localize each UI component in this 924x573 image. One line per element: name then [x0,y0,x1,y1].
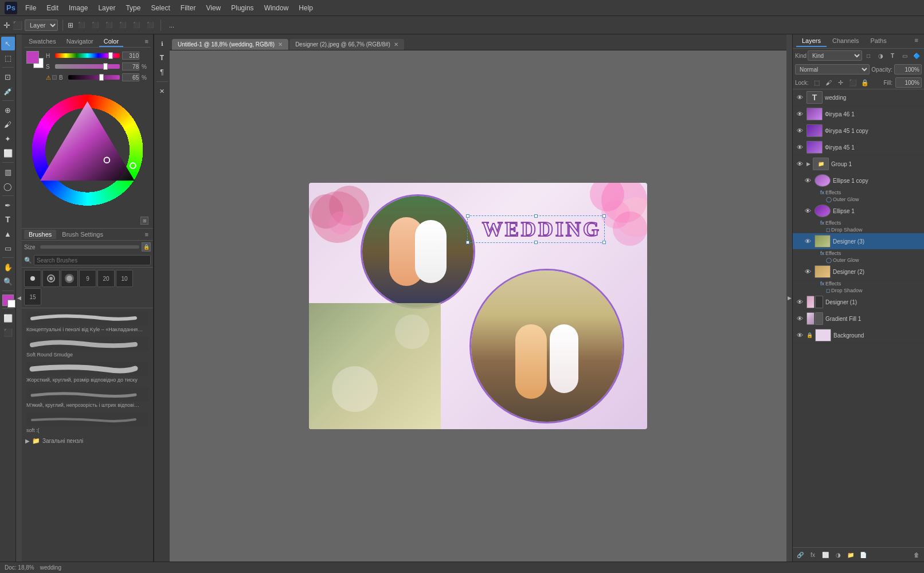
align-bottom[interactable]: ⬛ [103,21,115,29]
foreground-swatch[interactable] [26,51,39,64]
search-brushes-input[interactable] [34,255,151,265]
warp-tool[interactable]: ✕ [155,84,169,98]
shape-tool[interactable]: ▭ [1,241,15,255]
brush-item-3[interactable]: Жорсткий, круглий, розмір відповідно до … [23,360,152,385]
group-expand-arrow[interactable]: ▶ [806,161,811,167]
layer-vis-designer1[interactable]: 👁 [795,297,804,307]
channels-tab[interactable]: Channels [827,36,864,47]
doc-tab-2[interactable]: Designer (2).jpeg @ 66,7% (RGB/8#) ✕ [289,39,404,50]
panel-collapse-right[interactable]: ▶ [786,34,792,562]
add-folder-btn[interactable]: 📁 [845,550,856,560]
align-top[interactable]: ⬛ [76,21,87,29]
more-options-btn[interactable]: ... [166,21,178,30]
pen-tool[interactable]: ✒ [1,198,15,212]
layer-vis-designer3[interactable]: 👁 [803,237,812,246]
layer-vis-group1[interactable]: 👁 [795,159,804,168]
align-hcenter[interactable]: ⬛ [131,21,142,29]
layer-designer1[interactable]: 👁 Designer (1) [793,294,924,311]
layer-vis-background[interactable]: 👁 [795,331,804,340]
lock-position-icon[interactable]: ✛ [836,77,846,88]
brush-size-20[interactable]: 20 [97,270,115,287]
move-tool[interactable]: ↖ [1,37,15,50]
layer-designer3[interactable]: 👁 Designer (3) [793,233,924,250]
zoom-tool[interactable]: 🔍 [1,274,15,288]
clone-tool[interactable]: ✦ [1,132,15,146]
menu-type[interactable]: Type [121,3,145,13]
paragraph-tool[interactable]: ¶ [155,65,169,79]
add-layer-btn[interactable]: 📄 [858,550,868,560]
brush-settings-tab[interactable]: Brush Settings [57,230,108,239]
align-right[interactable]: ⬛ [144,21,156,29]
menu-filter[interactable]: Filter [176,3,201,13]
lock-artboard-icon[interactable]: ⬛ [848,77,858,88]
panel-menu-right[interactable]: ≡ [913,36,921,47]
pixel-filter-icon[interactable]: □ [863,50,874,61]
menu-image[interactable]: Image [64,3,92,13]
selection-tool[interactable]: ⬚ [1,51,15,65]
layer-gradient-fill[interactable]: 👁 Gradient Fill 1 [793,311,924,327]
info-tool[interactable]: ℹ [155,37,169,50]
b-value[interactable] [122,73,139,81]
layer-vis-figura45[interactable]: 👁 [795,143,804,152]
lock-all-icon[interactable]: 🔒 [860,77,870,88]
fill-input[interactable] [895,77,922,88]
color-wheel-container[interactable] [24,85,151,215]
opacity-input[interactable] [894,64,922,74]
add-adjustment-btn[interactable]: ◑ [833,550,843,560]
layer-select[interactable]: Layer [25,19,58,31]
screen-mode[interactable]: ⬛ [1,325,15,339]
brush-group-general[interactable]: ▶ 📁 Загальні пензлі [23,435,152,446]
brush-item-1[interactable]: Концептуальні і пензлі від Kyle – «Накла… [23,309,152,335]
add-mask-btn[interactable]: ⬜ [820,550,831,560]
brush-item-2[interactable]: Soft Round Smudge [23,335,152,360]
menu-edit[interactable]: Edit [42,3,63,13]
brush-tool[interactable]: 🖌 [1,117,15,131]
eyedropper-tool[interactable]: 💉 [1,84,15,98]
type-tool-right[interactable]: T [155,51,169,65]
paths-tab[interactable]: Paths [865,36,892,47]
menu-file[interactable]: File [21,3,41,13]
size-slider[interactable] [40,245,139,249]
crop-tool[interactable]: ⊡ [1,70,15,84]
layer-vis-figura45copy[interactable]: 👁 [795,126,804,135]
color-wheel[interactable] [26,87,148,213]
lock-transparent-icon[interactable]: ⬚ [812,77,822,88]
layer-figura46[interactable]: 👁 Фігура 46 1 [793,106,924,123]
navigator-tab[interactable]: Navigator [62,37,98,47]
doc-tab-1-close[interactable]: ✕ [278,41,283,48]
s-slider[interactable] [55,64,120,69]
gradient-tool[interactable]: ▥ [1,165,15,179]
text-tool[interactable]: T [1,213,15,226]
layer-background[interactable]: 👁 🔒 Background [793,327,924,344]
hand-tool[interactable]: ✋ [1,260,15,274]
heal-tool[interactable]: ⊕ [1,103,15,117]
kind-filter-select[interactable]: Kind [808,50,862,61]
layer-ellipse1copy[interactable]: 👁 Ellipse 1 copy [793,172,924,189]
brush-preset-small-hard[interactable] [24,270,41,287]
h-value[interactable] [122,52,139,60]
layer-figura45[interactable]: 👁 Фігура 45 1 [793,139,924,156]
layers-tab[interactable]: Layers [796,36,827,47]
menu-view[interactable]: View [201,3,225,13]
dodge-tool[interactable]: ◯ [1,179,15,193]
brush-preset-large-soft[interactable] [61,270,78,287]
color-picker-expand[interactable]: ⊞ [140,217,148,225]
layer-ellipse1[interactable]: 👁 Ellipse 1 [793,203,924,219]
s-value[interactable] [122,62,139,70]
brush-size-10[interactable]: 10 [116,270,133,287]
mask-mode[interactable]: ⬜ [1,311,15,325]
canvas-container[interactable]: WEDDING [170,50,786,562]
panel-collapse-left[interactable]: ◀ [16,34,22,562]
layer-vis-ellipse1copy[interactable]: 👁 [803,176,812,185]
brushes-tab[interactable]: Brushes [24,230,56,239]
shape-filter-icon[interactable]: ▭ [899,50,910,61]
menu-window[interactable]: Window [260,3,293,13]
menu-layer[interactable]: Layer [93,3,120,13]
h-slider[interactable] [55,53,120,58]
text-filter-icon[interactable]: T [887,50,898,61]
path-select-tool[interactable]: ▲ [1,227,15,241]
size-lock-btn[interactable]: 🔒 [142,242,151,252]
adjust-filter-icon[interactable]: ◑ [875,50,886,61]
menu-select[interactable]: Select [146,3,174,13]
brush-item-5[interactable]: soft :( [23,410,152,435]
